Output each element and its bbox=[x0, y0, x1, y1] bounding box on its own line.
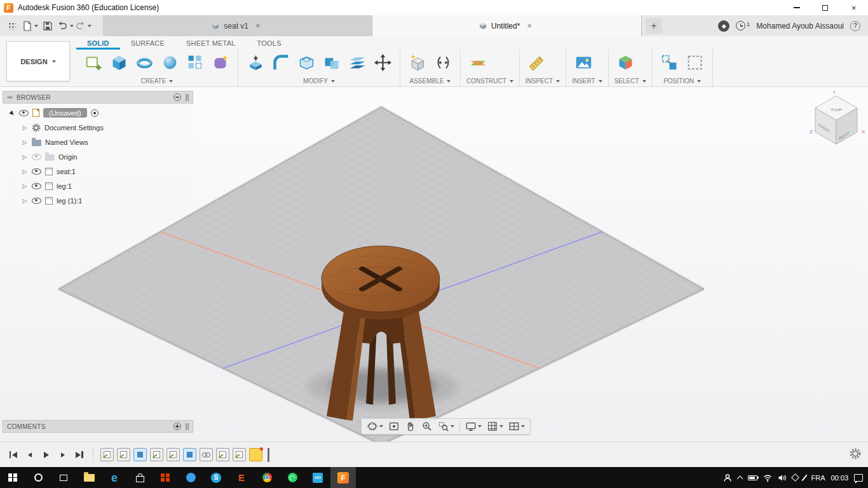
browser-item-root[interactable]: ▶ (Unsaved) bbox=[3, 105, 193, 120]
expander-icon[interactable]: ▷ bbox=[22, 139, 28, 146]
fusion-360-taskbar-icon[interactable]: F bbox=[330, 467, 356, 488]
undo-button[interactable] bbox=[57, 18, 74, 34]
browser-header[interactable]: «« BROWSER bbox=[3, 91, 193, 104]
start-button[interactable] bbox=[0, 467, 25, 488]
timeline-feature-sketch[interactable] bbox=[233, 448, 246, 461]
maximize-button[interactable] bbox=[811, 0, 839, 15]
new-document-button[interactable]: + bbox=[646, 18, 662, 34]
visibility-eye-icon[interactable] bbox=[32, 198, 41, 204]
offset-button[interactable] bbox=[346, 50, 369, 76]
timeline-feature-sketch[interactable] bbox=[100, 448, 114, 461]
select-menu[interactable]: SELECT bbox=[614, 76, 646, 86]
panel-grip[interactable] bbox=[186, 423, 187, 430]
app-grid-icon[interactable] bbox=[4, 18, 20, 34]
zoom-button[interactable] bbox=[419, 419, 435, 434]
press-pull-button[interactable] bbox=[244, 50, 267, 76]
look-at-button[interactable] bbox=[386, 419, 402, 434]
pattern-button[interactable] bbox=[184, 50, 207, 76]
tab-solid[interactable]: SOLID bbox=[76, 36, 120, 50]
expander-icon[interactable]: ▷ bbox=[22, 198, 28, 204]
minimize-panel-icon[interactable] bbox=[173, 93, 181, 101]
chevron-down-icon[interactable] bbox=[451, 425, 454, 428]
capture-position-button[interactable] bbox=[658, 50, 681, 76]
dropbox-icon[interactable] bbox=[792, 473, 800, 482]
close-tab-icon[interactable]: × bbox=[524, 21, 534, 30]
file-menu-button[interactable] bbox=[22, 18, 38, 34]
view-cube[interactable]: TOP FRONT RIGHT Y X Z bbox=[810, 90, 865, 144]
timeline-feature-sketch[interactable] bbox=[117, 448, 130, 461]
timeline-step-back-button[interactable] bbox=[23, 448, 36, 462]
comments-header[interactable]: COMMENTS bbox=[3, 420, 193, 433]
move-copy-button[interactable] bbox=[371, 50, 394, 76]
orbit-button[interactable] bbox=[365, 419, 385, 434]
measure-button[interactable] bbox=[526, 50, 548, 76]
close-button[interactable]: × bbox=[839, 0, 868, 15]
pan-button[interactable] bbox=[403, 419, 418, 434]
battery-icon[interactable] bbox=[748, 475, 757, 480]
visibility-eye-icon[interactable] bbox=[32, 168, 41, 175]
skype-icon[interactable]: S bbox=[203, 467, 229, 488]
chevron-down-icon[interactable] bbox=[379, 425, 383, 428]
extrude-button[interactable] bbox=[107, 50, 130, 76]
browser-item-leg-1[interactable]: ▷ leg (1):1 bbox=[3, 193, 193, 208]
display-settings-button[interactable] bbox=[463, 419, 484, 434]
create-form-button[interactable] bbox=[209, 50, 232, 76]
chevron-down-icon[interactable] bbox=[521, 425, 525, 428]
language-indicator[interactable]: FRA bbox=[811, 474, 825, 482]
chevron-down-icon[interactable] bbox=[70, 25, 74, 27]
modeling-canvas[interactable]: TOP FRONT RIGHT Y X Z «« BROWSER ▶ bbox=[0, 87, 868, 442]
grid-snap-button[interactable] bbox=[485, 419, 505, 434]
pen-icon[interactable] bbox=[802, 474, 808, 480]
timeline-end-marker[interactable] bbox=[268, 448, 269, 462]
select-button[interactable] bbox=[614, 50, 637, 76]
timeline-skip-start-button[interactable] bbox=[6, 448, 20, 462]
office-icon[interactable] bbox=[153, 467, 178, 488]
add-comment-icon[interactable] bbox=[173, 423, 181, 430]
browser-item-origin[interactable]: ▷ Origin bbox=[3, 149, 193, 164]
volume-icon[interactable] bbox=[778, 473, 787, 482]
chevron-down-icon[interactable] bbox=[478, 425, 482, 428]
tab-tools[interactable]: TOOLS bbox=[247, 36, 292, 50]
clock-time[interactable]: 00:03 bbox=[831, 474, 848, 482]
assemble-menu[interactable]: ASSEMBLE bbox=[406, 76, 454, 86]
close-tab-icon[interactable]: × bbox=[253, 21, 263, 30]
new-component-button[interactable] bbox=[406, 50, 429, 76]
timeline-settings-button[interactable] bbox=[849, 447, 862, 463]
collapse-panel-icon[interactable]: «« bbox=[7, 94, 12, 100]
position-menu[interactable]: POSITION bbox=[658, 76, 707, 86]
revert-position-button[interactable] bbox=[684, 50, 707, 76]
inspect-menu[interactable]: INSPECT bbox=[526, 76, 560, 86]
expander-icon[interactable]: ▷ bbox=[22, 154, 28, 160]
chevron-down-icon[interactable] bbox=[88, 25, 92, 27]
task-view-button[interactable] bbox=[51, 467, 76, 488]
panel-grip[interactable] bbox=[186, 94, 187, 101]
file-explorer-icon[interactable] bbox=[76, 467, 102, 488]
browser-item-document-settings[interactable]: ▷ Document Settings bbox=[3, 120, 193, 135]
timeline-feature-sketch[interactable] bbox=[150, 448, 163, 461]
people-icon[interactable] bbox=[723, 473, 732, 482]
save-button[interactable] bbox=[39, 18, 56, 34]
timeline-feature-sketch[interactable] bbox=[166, 448, 180, 461]
timeline-feature-extrude[interactable] bbox=[183, 448, 196, 461]
search-button[interactable] bbox=[25, 467, 51, 488]
visibility-eye-icon[interactable] bbox=[32, 154, 41, 160]
document-tab-seat[interactable]: seat v1 × bbox=[103, 15, 372, 36]
insert-menu[interactable]: INSERT bbox=[572, 76, 602, 86]
create-menu[interactable]: CREATE bbox=[82, 76, 232, 86]
app-icon-e[interactable]: E bbox=[229, 467, 254, 488]
browser-item-named-views[interactable]: ▷ Named Views bbox=[3, 135, 193, 149]
user-name[interactable]: Mohamed Ayoub Aissaoui bbox=[756, 22, 844, 30]
edge-icon[interactable]: e bbox=[102, 467, 127, 488]
revolve-button[interactable] bbox=[133, 50, 156, 76]
workspace-selector[interactable]: DESIGN bbox=[6, 41, 70, 81]
joint-button[interactable] bbox=[431, 50, 454, 76]
zoom-window-button[interactable] bbox=[436, 419, 456, 434]
browser-item-seat[interactable]: ▷ seat:1 bbox=[3, 164, 193, 179]
timeline-step-forward-button[interactable] bbox=[56, 448, 69, 462]
sphere-button[interactable] bbox=[158, 50, 181, 76]
fillet-button[interactable] bbox=[269, 50, 292, 76]
document-tab-untitled[interactable]: Untitled* × bbox=[372, 15, 642, 36]
expander-icon[interactable]: ▷ bbox=[22, 168, 28, 175]
timeline-play-button[interactable] bbox=[39, 448, 53, 462]
tray-expand-chevron-icon[interactable] bbox=[737, 475, 743, 482]
